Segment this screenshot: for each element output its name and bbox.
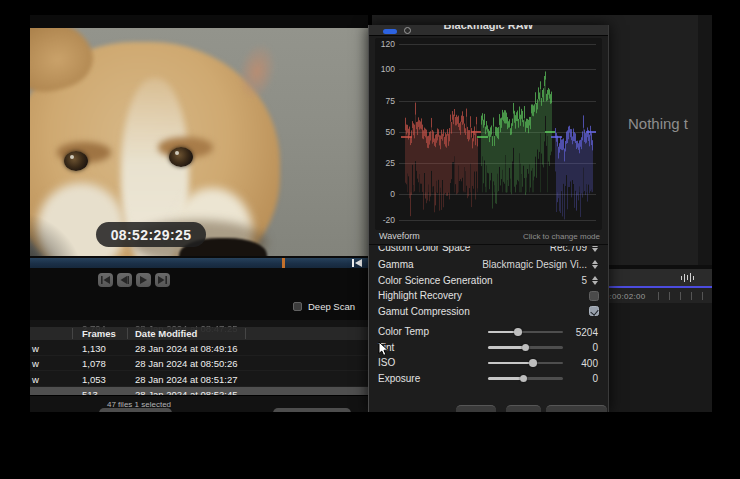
exposure-slider[interactable] [488, 377, 563, 380]
column-header-frames[interactable]: Frames [82, 328, 116, 339]
tint-slider[interactable] [488, 346, 563, 349]
slider-value: 400 [581, 358, 598, 369]
stepper-icon[interactable] [591, 275, 599, 286]
column-separator [245, 328, 246, 339]
ruler-tick [658, 292, 659, 300]
setting-row-highlight-recovery[interactable]: Highlight Recovery [369, 288, 608, 304]
timecode-overlay: 08:52:29:25 [96, 222, 206, 247]
partial-button[interactable] [546, 405, 607, 412]
highlight-recovery-checkbox[interactable] [589, 291, 599, 301]
slider-knob[interactable] [514, 328, 522, 336]
ruler-tick [669, 292, 670, 300]
raw-sliders-list: Color Temp 5204 Tint 0 ISO 400 [369, 324, 608, 386]
partial-button[interactable] [506, 405, 541, 412]
cell-frames: 1,130 [82, 343, 106, 354]
stepper-icon[interactable] [591, 246, 599, 253]
video-preview[interactable]: 08:52:29:25 [30, 28, 368, 256]
scope-y-tick: 120 [375, 39, 395, 49]
dog-eye [169, 147, 193, 167]
cell-frames: 1,053 [82, 374, 106, 385]
audio-waveform-icon[interactable] [681, 273, 695, 282]
cell-name: w [32, 343, 39, 354]
column-separator [127, 328, 128, 339]
setting-label: Gamut Compression [378, 306, 470, 317]
slider-knob[interactable] [522, 344, 530, 352]
slider-value: 0 [592, 342, 598, 353]
play-button[interactable] [136, 273, 151, 287]
dropdown-value[interactable]: Rec.709 [550, 246, 587, 253]
slider-row-iso: ISO 400 [369, 355, 608, 371]
deep-scan-label: Deep Scan [308, 301, 355, 312]
skip-to-start-button[interactable] [98, 273, 113, 287]
slider-value: 0 [592, 373, 598, 384]
playback-scrubber[interactable] [30, 258, 368, 268]
slider-row-tint: Tint 0 [369, 340, 608, 356]
partial-button[interactable] [99, 408, 172, 412]
stepper-value[interactable]: 5 [581, 275, 587, 286]
setting-label: Color Science Generation [378, 275, 493, 286]
scan-options-row: Deep Scan [30, 299, 368, 315]
stepper-icon[interactable] [591, 259, 599, 270]
status-bar: 47 files 1 selected [30, 395, 368, 412]
waveform-scope[interactable]: 120 100 75 50 25 0 -20 [375, 38, 602, 230]
ruler-tick [680, 292, 681, 300]
deep-scan-checkbox[interactable] [293, 302, 302, 311]
slider-value: 5204 [576, 327, 598, 338]
setting-row-gamut-compression[interactable]: Gamut Compression [369, 304, 608, 320]
dropdown-value[interactable]: Blackmagic Design Vi... [482, 259, 587, 270]
scope-footer: Waveform Click to change mode [375, 231, 602, 243]
slider-row-exposure: Exposure 0 [369, 371, 608, 387]
table-row[interactable]: w 1,130 28 Jan 2024 at 08:49:16 [30, 340, 368, 356]
table-row[interactable]: w 1,053 28 Jan 2024 at 08:51:27 [30, 371, 368, 387]
scope-y-tick: 0 [375, 189, 395, 199]
player-window: 08:52:29:25 Deep Scan [30, 15, 368, 412]
setting-row-color-space[interactable]: Custom Color Space Rec.709 [369, 246, 608, 257]
ruler-tick [702, 292, 703, 300]
slider-knob[interactable] [529, 359, 537, 367]
setting-label: Highlight Recovery [378, 290, 462, 301]
color-temp-slider[interactable] [488, 331, 563, 334]
cell-date: 28 Jan 2024 at 08:51:27 [135, 374, 237, 385]
cell-name: w [32, 358, 39, 369]
window-titlebar[interactable]: Blackmagic RAW [369, 25, 608, 36]
table-header[interactable]: Frames Date Modified [30, 327, 368, 340]
gamut-compression-checkbox[interactable] [589, 306, 599, 316]
setting-label: Gamma [378, 259, 414, 270]
step-back-button[interactable] [117, 273, 132, 287]
shadow [30, 210, 84, 256]
timecode-text: 08:52:29:25 [111, 227, 192, 243]
slider-knob[interactable] [520, 375, 528, 383]
cell-date: 28 Jan 2024 at 08:50:26 [135, 358, 237, 369]
window-title: Blackmagic RAW [369, 25, 608, 31]
iso-slider[interactable] [488, 362, 563, 365]
scope-mode-label: Waveform [379, 231, 420, 241]
scope-y-tick: 100 [375, 64, 395, 74]
cell-name: w [32, 374, 39, 385]
mouse-cursor [378, 341, 390, 361]
transport-controls [98, 273, 170, 287]
screen: Nothing t 00:00:02:00 [0, 0, 740, 479]
column-header-date-modified[interactable]: Date Modified [135, 328, 197, 339]
setting-label: Custom Color Space [378, 246, 470, 253]
divider [369, 244, 608, 245]
column-separator [72, 328, 73, 339]
cell-frames: 1,078 [82, 358, 106, 369]
setting-row-color-science[interactable]: Color Science Generation 5 [369, 273, 608, 289]
cell-date: 28 Jan 2024 at 08:49:16 [135, 343, 237, 354]
scope-mode-hint[interactable]: Click to change mode [523, 232, 600, 241]
partial-button[interactable] [456, 405, 496, 412]
slider-row-color-temp: Color Temp 5204 [369, 324, 608, 340]
partial-button[interactable] [273, 408, 351, 412]
rgb-waveform-trace [399, 38, 596, 226]
step-forward-button[interactable] [155, 273, 170, 287]
playhead-marker[interactable] [282, 258, 285, 268]
skip-to-start-icon[interactable] [352, 259, 362, 267]
slider-label: Color Temp [378, 326, 429, 337]
scope-y-tick: 25 [375, 158, 395, 168]
settings-window: Blackmagic RAW 120 100 75 50 25 0 -20 Wa… [368, 25, 609, 412]
table-row[interactable]: w 1,078 28 Jan 2024 at 08:50:26 [30, 356, 368, 372]
scope-y-tick: 50 [375, 127, 395, 137]
scope-y-tick: 75 [375, 96, 395, 106]
empty-state-text: Nothing t [628, 115, 688, 132]
setting-row-gamma[interactable]: Gamma Blackmagic Design Vi... [369, 257, 608, 273]
